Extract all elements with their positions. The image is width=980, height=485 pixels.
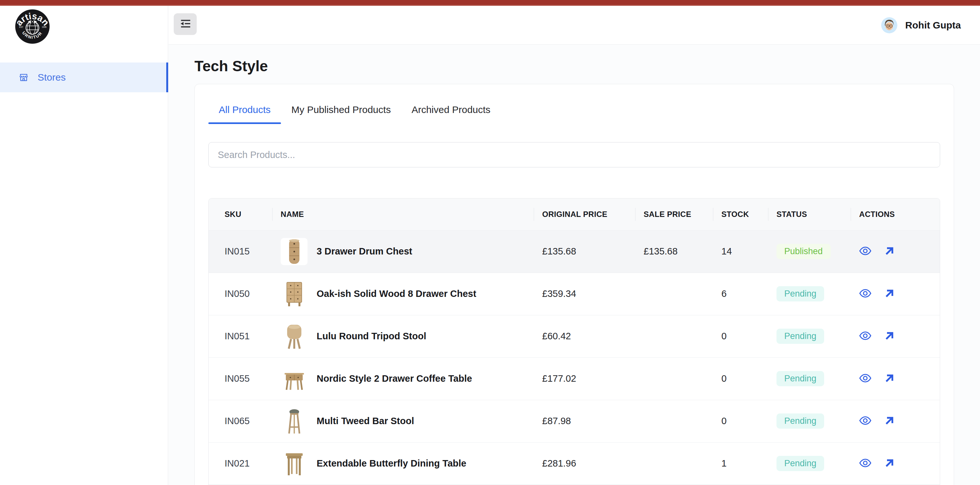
original-price-cell: £60.42 (534, 315, 635, 357)
original-price-cell: £281.96 (534, 442, 635, 485)
search-products-input[interactable] (208, 142, 940, 167)
column-header-name: NAME (272, 198, 534, 230)
column-header-sale-price: SALE PRICE (635, 198, 713, 230)
product-image (281, 450, 307, 477)
stock-cell: 0 (713, 400, 768, 442)
stock-cell: 0 (713, 357, 768, 400)
product-name: Multi Tweed Bar Stool (317, 416, 414, 426)
artisan-furniture-logo: artisan FURNITURE EST 1995 TM (15, 9, 50, 44)
status-badge: Pending (776, 456, 824, 471)
status-cell: Pending (768, 442, 851, 485)
tab-archived-products[interactable]: Archived Products (401, 104, 501, 124)
storefront-icon (19, 73, 29, 82)
open-product-button[interactable] (884, 287, 896, 300)
product-image (281, 365, 307, 392)
globe-eye-logo-icon: artisan FURNITURE EST 1995 TM (15, 9, 50, 44)
eye-icon (859, 331, 872, 341)
name-cell: 3 Drawer Drum Chest (272, 230, 534, 273)
sale-price-cell (635, 400, 713, 442)
column-header-original-price: ORIGINAL PRICE (534, 198, 635, 230)
original-price-cell: £359.34 (534, 273, 635, 315)
status-badge: Published (776, 244, 830, 259)
actions-cell (851, 315, 940, 357)
name-cell: Nordic Style 2 Drawer Coffee Table (272, 357, 534, 400)
arrow-up-right-icon (884, 372, 896, 385)
stock-cell: 14 (713, 230, 768, 273)
stock-cell: 1 (713, 442, 768, 485)
product-name: Lulu Round Tripod Stool (317, 331, 426, 342)
arrow-up-right-icon (884, 287, 896, 300)
column-header-actions: ACTIONS (851, 198, 940, 230)
view-product-button[interactable] (859, 289, 872, 299)
svg-text:TM: TM (45, 21, 48, 23)
actions-cell (851, 442, 940, 485)
eye-icon (859, 374, 872, 384)
eye-icon (859, 416, 872, 426)
table-row: IN050 Oak-ish Solid Wood 8 Drawer Chest … (209, 273, 940, 315)
product-image (281, 281, 307, 307)
status-cell: Pending (768, 400, 851, 442)
product-image (281, 238, 307, 265)
open-product-button[interactable] (884, 372, 896, 385)
arrow-up-right-icon (884, 330, 896, 342)
product-image (281, 323, 307, 350)
table-body: IN015 3 Drawer Drum Chest £135.68 £135.6… (209, 230, 940, 485)
top-accent-bar (0, 0, 980, 6)
open-product-button[interactable] (884, 245, 896, 258)
status-cell: Pending (768, 357, 851, 400)
view-product-button[interactable] (859, 246, 872, 257)
main-content: Tech Style All Products My Published Pro… (169, 45, 980, 485)
user-avatar (881, 17, 897, 33)
actions-cell (851, 230, 940, 273)
sidebar-item-stores[interactable]: Stores (0, 62, 168, 92)
view-product-button[interactable] (859, 331, 872, 341)
sku-cell: IN050 (209, 273, 272, 315)
status-badge: Pending (776, 286, 824, 301)
column-header-sku: SKU (209, 198, 272, 230)
sku-cell: IN021 (209, 442, 272, 485)
original-price-cell: £135.68 (534, 230, 635, 273)
sku-cell: IN055 (209, 357, 272, 400)
tab-all-products[interactable]: All Products (208, 104, 281, 124)
sidebar: artisan FURNITURE EST 1995 TM (0, 6, 168, 485)
view-product-button[interactable] (859, 374, 872, 384)
svg-text:EST: EST (19, 26, 23, 28)
table-row: IN021 Extendable Butterfly Dining Table … (209, 442, 940, 485)
open-product-button[interactable] (884, 457, 896, 470)
product-name: Oak-ish Solid Wood 8 Drawer Chest (317, 288, 476, 299)
sale-price-cell: £135.68 (635, 230, 713, 273)
stock-cell: 0 (713, 315, 768, 357)
eye-icon (859, 458, 872, 469)
product-name: Nordic Style 2 Drawer Coffee Table (317, 373, 472, 384)
column-header-status: STATUS (768, 198, 851, 230)
product-name: 3 Drawer Drum Chest (317, 246, 412, 257)
tab-my-published-products[interactable]: My Published Products (281, 104, 401, 124)
table-header: SKU NAME ORIGINAL PRICE SALE PRICE STOCK… (209, 198, 940, 230)
sku-cell: IN065 (209, 400, 272, 442)
stock-cell: 6 (713, 273, 768, 315)
arrow-up-right-icon (884, 457, 896, 470)
table-row: IN065 Multi Tweed Bar Stool £87.98 0 Pen… (209, 400, 940, 442)
sale-price-cell (635, 315, 713, 357)
sale-price-cell (635, 357, 713, 400)
table-row: IN051 Lulu Round Tripod Stool £60.42 0 P… (209, 315, 940, 357)
open-product-button[interactable] (884, 415, 896, 427)
user-menu[interactable]: Rohit Gupta (881, 6, 961, 44)
sidebar-collapse-button[interactable] (174, 13, 197, 35)
column-header-stock: STOCK (713, 198, 768, 230)
view-product-button[interactable] (859, 416, 872, 426)
products-tab-bar: All Products My Published Products Archi… (208, 104, 940, 124)
name-cell: Multi Tweed Bar Stool (272, 400, 534, 442)
sku-cell: IN051 (209, 315, 272, 357)
status-badge: Pending (776, 371, 824, 386)
sale-price-cell (635, 442, 713, 485)
actions-cell (851, 273, 940, 315)
sidebar-item-label: Stores (38, 72, 66, 83)
actions-cell (851, 400, 940, 442)
app-root: { "colors": { "topbar_red": "#9f332a", "… (0, 0, 980, 485)
actions-cell (851, 357, 940, 400)
open-product-button[interactable] (884, 330, 896, 342)
user-name: Rohit Gupta (905, 20, 961, 31)
view-product-button[interactable] (859, 458, 872, 469)
name-cell: Lulu Round Tripod Stool (272, 315, 534, 357)
